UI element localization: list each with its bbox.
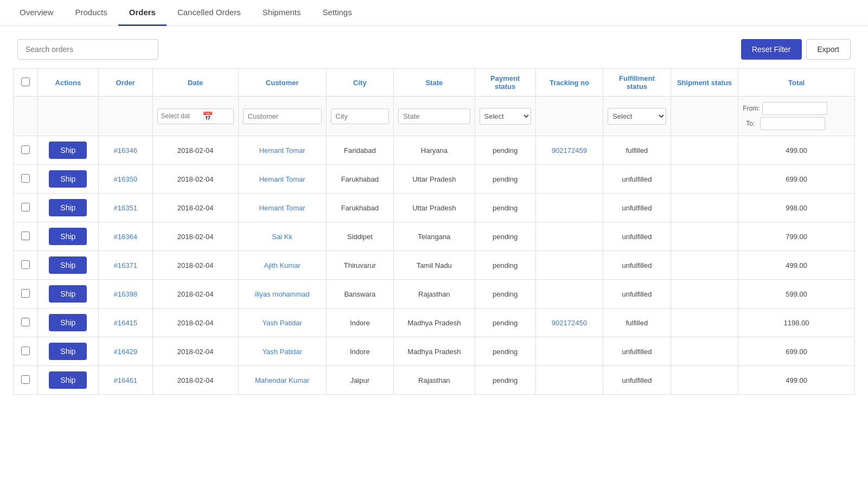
col-header-fulfillment_status: Fulfillment status bbox=[603, 69, 671, 97]
ship-button[interactable]: Ship bbox=[49, 285, 87, 303]
row-payment-cell: pending bbox=[475, 309, 535, 337]
search-input[interactable] bbox=[17, 39, 158, 60]
filter-fulfillment: Selectfulfilledunfulfilled bbox=[603, 97, 671, 136]
payment-filter-select[interactable]: Selectpendingpaidrefunded bbox=[480, 108, 531, 125]
row-checkbox[interactable] bbox=[21, 346, 30, 355]
row-actions-cell: Ship bbox=[37, 165, 98, 194]
customer-link[interactable]: iliyas mohammad bbox=[255, 290, 310, 298]
order-link[interactable]: #16346 bbox=[114, 146, 137, 155]
row-fulfillment-cell: fulfilled bbox=[603, 309, 671, 337]
total-from-input[interactable] bbox=[762, 102, 827, 115]
ship-button[interactable]: Ship bbox=[49, 371, 87, 389]
orders-table: ActionsOrderDateCustomerCityStatePayment… bbox=[13, 68, 855, 395]
order-link[interactable]: #16461 bbox=[114, 376, 137, 384]
order-link[interactable]: #16351 bbox=[114, 204, 137, 212]
tracking-link[interactable]: 902172450 bbox=[552, 319, 587, 327]
row-actions-cell: Ship bbox=[37, 194, 98, 222]
row-state-cell: Tamil Nadu bbox=[394, 251, 475, 280]
row-payment-cell: pending bbox=[475, 337, 535, 366]
row-payment-cell: pending bbox=[475, 280, 535, 309]
table-row: Ship#163502018-02-04Hemant TomarFarukhab… bbox=[14, 165, 855, 194]
row-tracking-cell bbox=[535, 251, 603, 280]
row-checkbox[interactable] bbox=[21, 232, 30, 240]
row-checkbox[interactable] bbox=[21, 375, 30, 384]
filter-total: From: To: bbox=[738, 97, 855, 136]
order-link[interactable]: #16415 bbox=[114, 319, 137, 327]
fulfillment-filter-select[interactable]: Selectfulfilledunfulfilled bbox=[608, 108, 666, 125]
row-checkbox[interactable] bbox=[21, 318, 30, 326]
ship-button[interactable]: Ship bbox=[49, 343, 87, 360]
row-actions-cell: Ship bbox=[37, 309, 98, 337]
customer-link[interactable]: Mahendar Kumar bbox=[255, 376, 309, 384]
row-checkbox[interactable] bbox=[21, 203, 30, 211]
filter-order bbox=[98, 97, 152, 136]
col-header-city: City bbox=[326, 69, 394, 97]
row-tracking-cell bbox=[535, 165, 603, 194]
table-row: Ship#163982018-02-04iliyas mohammadBansw… bbox=[14, 280, 855, 309]
row-tracking-cell bbox=[535, 222, 603, 251]
filter-city bbox=[326, 97, 394, 136]
ship-button[interactable]: Ship bbox=[49, 142, 87, 159]
ship-button[interactable]: Ship bbox=[49, 199, 87, 216]
ship-button[interactable]: Ship bbox=[49, 256, 87, 274]
order-link[interactable]: #16364 bbox=[114, 233, 137, 241]
customer-link[interactable]: Yash Patidar bbox=[262, 348, 302, 356]
row-checkbox-cell bbox=[14, 337, 38, 366]
row-state-cell: Rajasthan bbox=[394, 280, 475, 309]
customer-link[interactable]: Ajith Kumar bbox=[264, 261, 301, 269]
select-all-checkbox[interactable] bbox=[21, 78, 30, 86]
state-filter-input[interactable] bbox=[398, 108, 470, 124]
row-order-cell: #16398 bbox=[98, 280, 152, 309]
customer-filter-input[interactable] bbox=[243, 108, 322, 124]
row-total-cell: 499.00 bbox=[738, 251, 855, 280]
nav-tab-cancelled-orders[interactable]: Cancelled Orders bbox=[167, 0, 252, 26]
row-fulfillment-cell: unfulfilled bbox=[603, 251, 671, 280]
order-link[interactable]: #16429 bbox=[114, 348, 137, 356]
row-actions-cell: Ship bbox=[37, 251, 98, 280]
row-date-cell: 2018-02-04 bbox=[152, 309, 238, 337]
export-button[interactable]: Export bbox=[806, 39, 851, 60]
nav-tab-settings[interactable]: Settings bbox=[312, 0, 363, 26]
col-header-order: Order bbox=[98, 69, 152, 97]
row-customer-cell: Hemant Tomar bbox=[238, 194, 326, 222]
nav-tab-shipments[interactable]: Shipments bbox=[252, 0, 312, 26]
col-header-customer: Customer bbox=[238, 69, 326, 97]
ship-button[interactable]: Ship bbox=[49, 314, 87, 331]
row-shipment-cell bbox=[671, 309, 738, 337]
row-payment-cell: pending bbox=[475, 366, 535, 395]
row-checkbox-cell bbox=[14, 251, 38, 280]
row-date-cell: 2018-02-04 bbox=[152, 222, 238, 251]
total-to-input[interactable] bbox=[760, 117, 825, 130]
row-order-cell: #16350 bbox=[98, 165, 152, 194]
reset-filter-button[interactable]: Reset Filter bbox=[741, 39, 802, 60]
row-date-cell: 2018-02-04 bbox=[152, 165, 238, 194]
row-checkbox[interactable] bbox=[21, 174, 30, 183]
nav-tab-products[interactable]: Products bbox=[65, 0, 118, 26]
customer-link[interactable]: Yash Patidar bbox=[262, 319, 302, 327]
calendar-icon[interactable]: 📅 bbox=[202, 111, 213, 121]
ship-button[interactable]: Ship bbox=[49, 170, 87, 188]
row-checkbox-cell bbox=[14, 165, 38, 194]
customer-link[interactable]: Sai Kk bbox=[272, 233, 292, 241]
order-link[interactable]: #16371 bbox=[114, 261, 137, 269]
row-checkbox[interactable] bbox=[21, 289, 30, 298]
row-order-cell: #16351 bbox=[98, 194, 152, 222]
city-filter-input[interactable] bbox=[331, 108, 390, 124]
row-checkbox-cell bbox=[14, 136, 38, 165]
nav-tab-orders[interactable]: Orders bbox=[118, 0, 167, 26]
nav-tab-overview[interactable]: Overview bbox=[9, 0, 65, 26]
date-filter-input[interactable] bbox=[161, 112, 200, 120]
customer-link[interactable]: Hemant Tomar bbox=[259, 146, 305, 155]
customer-link[interactable]: Hemant Tomar bbox=[259, 204, 305, 212]
filter-shipment bbox=[671, 97, 738, 136]
ship-button[interactable]: Ship bbox=[49, 228, 87, 245]
order-link[interactable]: #16350 bbox=[114, 175, 137, 183]
customer-link[interactable]: Hemant Tomar bbox=[259, 175, 305, 183]
filter-state bbox=[394, 97, 475, 136]
table-header-row: ActionsOrderDateCustomerCityStatePayment… bbox=[14, 69, 855, 97]
row-checkbox[interactable] bbox=[21, 260, 30, 269]
col-header-payment_status: Payment status bbox=[475, 69, 535, 97]
order-link[interactable]: #16398 bbox=[114, 290, 137, 298]
tracking-link[interactable]: 902172459 bbox=[552, 146, 587, 155]
row-checkbox[interactable] bbox=[21, 145, 30, 154]
